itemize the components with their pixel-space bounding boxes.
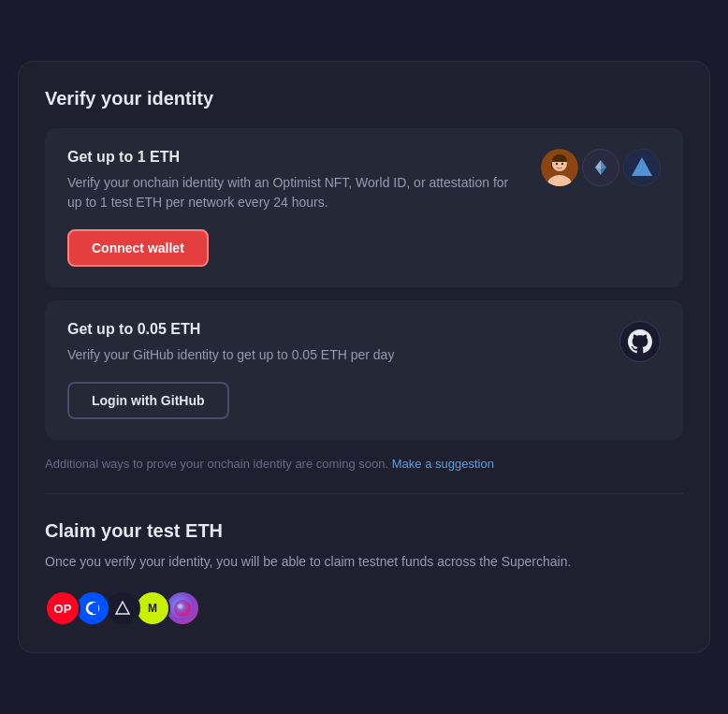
- suggestion-link[interactable]: Make a suggestion: [392, 457, 494, 471]
- github-card-desc: Verify your GitHub identity to get up to…: [67, 345, 535, 365]
- main-container: Verify your identity Get up to 1 ETH Ver…: [18, 61, 710, 653]
- additional-text: Additional ways to prove your onchain id…: [45, 457, 683, 471]
- eth-card-header: Get up to 1 ETH Verify your onchain iden…: [67, 149, 661, 267]
- eth-card-icons: [541, 149, 661, 186]
- avatar-icon: [541, 149, 578, 186]
- svg-point-4: [556, 163, 558, 165]
- svg-point-21: [178, 605, 182, 609]
- verify-section: Verify your identity Get up to 1 ETH Ver…: [45, 88, 683, 471]
- github-card-content: Get up to 0.05 ETH Verify your GitHub id…: [67, 321, 604, 419]
- svg-point-20: [174, 600, 191, 617]
- github-icon: [619, 321, 661, 362]
- network-op-icon: OP: [45, 590, 80, 626]
- github-card: Get up to 0.05 ETH Verify your GitHub id…: [45, 300, 683, 440]
- network-icons: OP M: [45, 590, 683, 626]
- claim-desc: Once you verify your identity, you will …: [45, 551, 683, 572]
- connect-wallet-button[interactable]: Connect wallet: [67, 229, 209, 267]
- login-github-button[interactable]: Login with GitHub: [67, 382, 229, 419]
- github-card-icons: [619, 321, 661, 362]
- eth-card: Get up to 1 ETH Verify your onchain iden…: [45, 128, 683, 287]
- eth-card-title: Get up to 1 ETH: [67, 149, 526, 166]
- section-divider: [45, 493, 683, 494]
- ethereum-icon: [582, 149, 619, 186]
- eth-card-content: Get up to 1 ETH Verify your onchain iden…: [67, 149, 526, 267]
- svg-rect-17: [93, 603, 98, 614]
- eth-card-desc: Verify your onchain identity with an Opt…: [67, 173, 526, 212]
- github-card-header: Get up to 0.05 ETH Verify your GitHub id…: [67, 321, 661, 419]
- claim-section: Claim your test ETH Once you verify your…: [45, 517, 683, 626]
- github-card-title: Get up to 0.05 ETH: [67, 321, 604, 338]
- svg-point-5: [561, 163, 563, 165]
- verify-title: Verify your identity: [45, 88, 683, 109]
- claim-title: Claim your test ETH: [45, 520, 683, 542]
- optimism-icon: [623, 149, 661, 186]
